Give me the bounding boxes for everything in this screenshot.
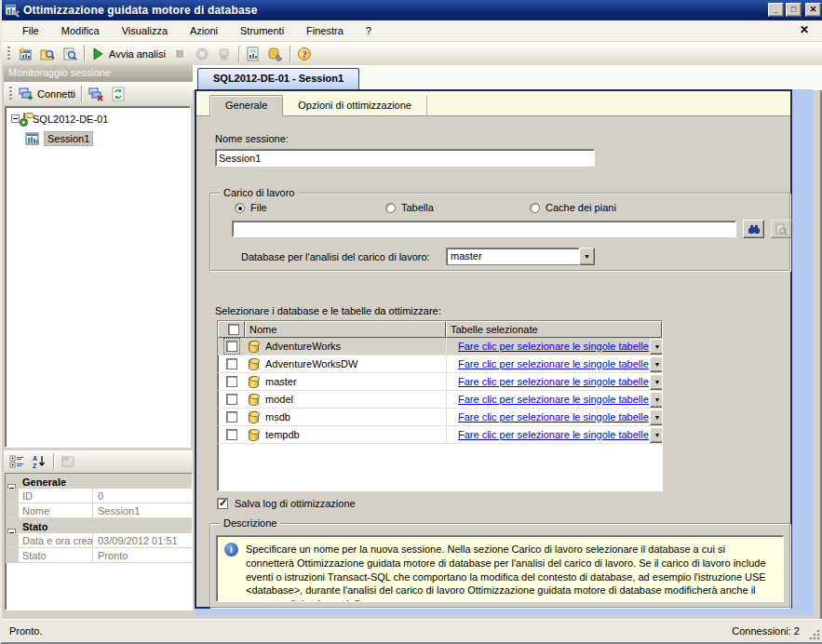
chevron-down-icon[interactable]: ▼ [650,356,663,372]
inspect-file-icon [775,223,788,235]
tree-node-server[interactable]: SQL2012-DE-01 [6,111,190,127]
toolbar-separator [53,453,54,470]
column-header-nome[interactable]: Nome [245,321,446,338]
session-name-input[interactable] [215,149,595,167]
document-frame: Generale Opzioni di ottimizzazione Nome … [195,89,813,615]
database-name: model [265,394,293,405]
workload-group-label: Carico di lavoro [220,187,298,198]
menu-finestra[interactable]: Finestra [295,22,355,39]
workload-table-radio[interactable]: Tabella [385,202,434,213]
select-tables-link[interactable]: Fare clic per selezionare le singole tab… [458,429,649,440]
svg-text:Z: Z [33,463,37,469]
workload-file-radio[interactable]: File [235,202,267,213]
categorized-view-button[interactable] [6,451,28,472]
tree-node-server-label[interactable]: SQL2012-DE-01 [30,113,111,126]
status-bar: Pronto. Connessioni: 2 [2,619,822,642]
row-checkbox[interactable] [226,358,237,369]
property-row[interactable]: ID 0 [6,489,192,503]
row-checkbox[interactable] [226,341,237,352]
help-button[interactable]: ? [293,44,316,64]
select-all-checkbox[interactable] [228,324,239,335]
table-row[interactable]: model Fare clic per selezionare le singo… [218,391,662,409]
save-log-checkbox[interactable] [217,498,228,509]
toolbar-separator [238,46,239,62]
svg-text:A: A [33,455,37,462]
radio-icon [530,203,540,213]
save-log-checkbox-row[interactable]: Salva log di ottimizzazione [217,498,356,509]
select-tables-link[interactable]: Fare clic per selezionare le singole tab… [458,411,649,423]
document-tab[interactable]: SQL2012-DE-01 - Session1 [197,68,359,90]
table-row[interactable]: AdventureWorksDW Fare clic per seleziona… [218,356,662,373]
resize-grip[interactable] [809,629,820,640]
row-checkbox[interactable] [226,376,237,387]
select-tables-link[interactable]: Fare clic per selezionare le singole tab… [458,341,649,352]
tab-opzioni[interactable]: Opzioni di ottimizzazione [283,96,427,115]
select-tables-link[interactable]: Fare clic per selezionare le singole tab… [458,394,649,405]
tree-node-session-label[interactable]: Session1 [44,131,93,146]
workload-database-label: Database per l'analisi del carico di lav… [241,251,430,262]
refresh-button[interactable] [107,84,129,104]
chevron-down-icon[interactable]: ▼ [650,409,663,425]
collapse-icon[interactable] [11,114,20,123]
toolbar-grip[interactable] [8,87,13,101]
property-row[interactable]: Nome Session1 [6,503,192,518]
chevron-down-icon[interactable]: ▼ [650,374,663,390]
workload-group: Carico di lavoro File Tabella Cache dei … [209,193,790,271]
property-category[interactable]: Stato [6,518,192,533]
minimize-button[interactable]: _ [768,3,784,17]
radio-icon [385,203,396,213]
property-row[interactable]: Data e ora crea 03/09/2012 01:51 [6,533,192,548]
toolbar-grip[interactable] [7,47,11,61]
row-checkbox[interactable] [226,394,237,405]
chevron-down-icon[interactable]: ▼ [650,339,663,355]
close-document-icon[interactable]: ✕ [800,23,809,36]
main-toolbar: Avvia analisi [2,42,822,65]
menu-help[interactable]: ? [355,22,383,39]
workload-file-input[interactable] [232,221,736,237]
select-databases-label: Selezionare i database e le tabelle da o… [215,305,441,316]
database-name: msdb [265,411,290,423]
database-icon [249,394,259,406]
open-session-button[interactable] [36,44,59,64]
database-icon [249,376,259,388]
select-tables-link[interactable]: Fare clic per selezionare le singole tab… [458,358,649,369]
row-checkbox[interactable] [226,411,237,423]
select-tables-link[interactable]: Fare clic per selezionare le singole tab… [458,376,649,387]
row-checkbox[interactable] [226,429,237,440]
table-row[interactable]: AdventureWorks Fare clic per selezionare… [218,338,662,356]
workload-plancache-radio[interactable]: Cache dei piani [530,202,616,213]
reports-button[interactable] [242,44,264,64]
select-all-header[interactable] [218,321,245,338]
document-tab-row: SQL2012-DE-01 - Session1 [193,65,822,90]
maximize-button[interactable]: □ [786,3,802,17]
property-pages-button [57,451,79,472]
table-row[interactable]: tempdb Fare clic per selezionare le sing… [218,426,662,444]
tuning-options-button[interactable] [264,44,287,64]
chevron-down-icon[interactable]: ▼ [650,392,663,408]
property-row[interactable]: Stato Pronto [6,548,192,563]
menu-modifica[interactable]: Modifica [50,22,111,39]
chevron-down-icon[interactable]: ▼ [579,248,595,265]
apply-recommendations-button [213,44,236,64]
close-button[interactable]: ✕ [805,3,821,17]
tab-generale[interactable]: Generale [209,95,283,116]
browse-file-button[interactable] [743,220,764,238]
new-session-button[interactable] [14,44,36,64]
workload-database-select[interactable]: master ▼ [446,248,595,265]
menu-strumenti[interactable]: Strumenti [229,22,295,39]
table-row[interactable]: msdb Fare clic per selezionare le singol… [218,409,662,426]
connect-button[interactable]: Connetti [16,84,78,104]
start-analysis-button[interactable]: Avvia analisi [88,44,168,64]
menu-azioni[interactable]: Azioni [179,22,229,39]
disconnect-button[interactable] [85,84,107,104]
column-header-tabelle[interactable]: Tabelle selezionate [446,321,662,338]
tree-node-session[interactable]: Session1 [6,130,190,146]
view-report-button[interactable] [59,44,81,64]
chevron-down-icon[interactable]: ▼ [650,427,663,443]
menu-visualizza[interactable]: Visualizza [111,22,179,39]
table-row[interactable]: master Fare clic per selezionare le sing… [218,373,662,391]
session-name-label: Nome sessione: [215,133,289,144]
menu-file[interactable]: File [11,22,50,39]
alphabetical-sort-button[interactable]: A Z [28,451,50,472]
property-category[interactable]: Generale [6,474,192,489]
